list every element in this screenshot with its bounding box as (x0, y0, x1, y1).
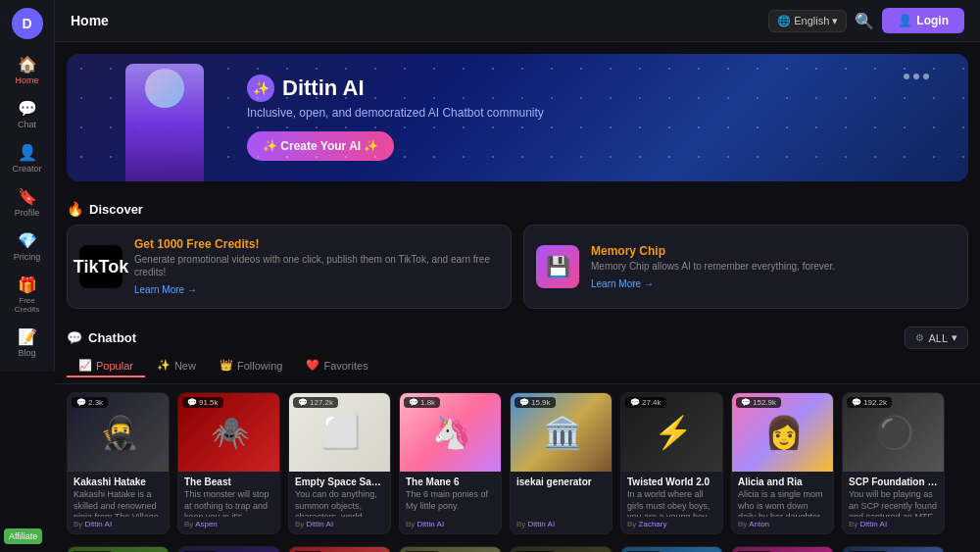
card-mane[interactable]: 🦄 💬 1.8k The Mane 6 The 6 main ponies of… (399, 392, 502, 534)
card-counter-twisted: 💬 27.4k (625, 397, 666, 408)
card-name-isekai: isekai generator (516, 477, 606, 487)
card-info-beast: The Beast This monster will stop at noth… (178, 472, 279, 533)
card-image-twisted: ⚡ 💬 27.4k (621, 393, 722, 472)
card-image-scp: ⚫ 💬 192.2k (843, 393, 944, 472)
page-title: Home (71, 13, 109, 28)
card-vanessa[interactable]: 👩‍🦰 💬 4k Vanessa Belmont Vanessa Belmont… (288, 546, 391, 552)
app-logo[interactable]: D (12, 8, 43, 39)
card-twisted[interactable]: ⚡ 💬 27.4k Twisted World 2.0 In a world w… (620, 392, 723, 534)
chatbot-tabs: 📈 Popular ✨ New 👑 Following ❤️ Favorites (55, 355, 980, 384)
card-scp[interactable]: ⚫ 💬 192.2k SCP Foundation RP You will be… (842, 392, 945, 534)
card-author-sandbox: By Dittin AI (295, 520, 384, 528)
card-name-twisted: Twisted World 2.0 (627, 477, 716, 487)
tab-favorites[interactable]: ❤️ Favorites (294, 355, 379, 377)
card-image-moe: 🐉 💬 37.9k (68, 547, 169, 552)
chip-promo-text: Memory Chip Memory Chip allows AI to rem… (591, 244, 835, 290)
hero-character-art (125, 64, 204, 181)
card-werewolf[interactable]: 🐺 💬 3.9k Werewolf Pack You slap into a s… (399, 546, 502, 552)
card-author-scp: By Dittin AI (849, 520, 938, 528)
sidebar-item-pricing[interactable]: 💎 Pricing (3, 226, 52, 268)
card-image-julia: 👩‍👧‍👧 💬 5.33k (843, 547, 944, 552)
card-emoji-mane: 🦄 (432, 414, 471, 451)
tab-following[interactable]: 👑 Following (208, 355, 294, 377)
all-filter-button[interactable]: ⚙ ALL ▾ (905, 326, 968, 349)
search-button[interactable]: 🔍 (855, 12, 874, 30)
tab-new[interactable]: ✨ New (145, 355, 208, 377)
sidebar-item-creator[interactable]: 👤 Creator (3, 137, 52, 179)
card-info-sandbox: Empty Space Sandbox You can do anything,… (289, 472, 390, 533)
card-author-isekai: By Dittin AI (516, 520, 606, 528)
sidebar-item-home[interactable]: 🏠 Home (3, 49, 52, 91)
chip-icon: 💾 (536, 245, 579, 288)
hero-dot-2 (913, 74, 919, 79)
favorites-icon: ❤️ (306, 359, 319, 372)
hero-dot-3 (923, 74, 929, 79)
chatbot-cards-row1: 🥷 💬 2.3k Kakashi Hatake Kakashi Hatake i… (55, 392, 980, 542)
language-selector[interactable]: 🌐 English ▾ (768, 10, 847, 32)
chip-promo-title: Memory Chip (591, 244, 835, 258)
discover-section-header: 🔥 Discover (55, 193, 980, 221)
header-right: 🌐 English ▾ 🔍 👤 Login (768, 8, 964, 33)
card-info-twisted: Twisted World 2.0 In a world where all g… (621, 472, 722, 533)
hero-dots (904, 74, 929, 79)
promo-card-memory-chip[interactable]: 💾 Memory Chip Memory Chip allows AI to r… (523, 225, 968, 309)
card-image-altrea: 😈 💬 2.4k (178, 547, 279, 552)
card-image-hfrpg: 💀 💬 21.5k (511, 547, 612, 552)
creator-icon: 👤 (18, 143, 37, 162)
chatbot-title: 💬 Chatbot (67, 330, 136, 345)
chevron-down-icon: ▾ (952, 331, 957, 344)
sidebar-item-blog[interactable]: 📝 Blog (3, 322, 52, 364)
card-info-kakashi: Kakashi Hatake Kakashi Hatake is a skill… (68, 472, 169, 533)
sidebar-item-chat[interactable]: 💬 Chat (3, 93, 52, 135)
discover-title: 🔥 Discover (67, 201, 143, 217)
chip-learn-more[interactable]: Learn More → (591, 278, 654, 289)
sidebar-item-free-credits[interactable]: 🎁 Free Credits (3, 270, 52, 320)
sidebar-label-free-credits: Free Credits (7, 296, 48, 314)
header: Home 🌐 English ▾ 🔍 👤 Login (55, 0, 980, 42)
card-emoji-scp: ⚫ (875, 414, 914, 451)
login-button[interactable]: 👤 Login (882, 8, 964, 33)
popular-icon: 📈 (78, 359, 92, 372)
card-hfrpg[interactable]: 💀 💬 21.5k High-Fantasy RPG Text based fa… (510, 546, 612, 552)
card-alicia[interactable]: 👩 💬 152.9k Alicia and Ria Alicia is a si… (731, 392, 834, 534)
card-author-kakashi: By Dittin AI (74, 520, 163, 528)
card-name-kakashi: Kakashi Hatake (74, 477, 163, 487)
card-pool[interactable]: 🏊 💬 6.7k Public pool And so, you come to… (620, 546, 723, 552)
card-naamah[interactable]: 😈 💬 1.9k Naamah Naamah is a demon lord, … (731, 546, 834, 552)
card-kakashi[interactable]: 🥷 💬 2.3k Kakashi Hatake Kakashi Hatake i… (67, 392, 170, 534)
card-name-sandbox: Empty Space Sandbox (295, 477, 384, 487)
chat-icon-small: 💬 (298, 398, 308, 407)
card-info-mane: The Mane 6 The 6 main ponies of My littl… (400, 472, 501, 533)
tiktok-icon: TikTok (79, 245, 122, 288)
promo-card-tiktok[interactable]: TikTok Get 1000 Free Credits! Generate p… (67, 225, 512, 309)
card-desc-beast: This monster will stop at nothing to tra… (184, 489, 273, 517)
card-author-mane: By Dittin AI (406, 520, 495, 528)
card-moe[interactable]: 🐉 💬 37.9k Moe the Kobold (67, 546, 170, 552)
free-credits-icon: 🎁 (18, 276, 37, 294)
card-info-alicia: Alicia and Ria Alicia is a single mom wh… (732, 472, 833, 533)
card-emoji-twisted: ⚡ (654, 414, 693, 451)
card-sandbox[interactable]: ⬜ 💬 127.2k Empty Space Sandbox You can d… (288, 392, 391, 534)
card-desc-mane: The 6 main ponies of My little pony. (406, 489, 495, 517)
chat-icon-small: 💬 (741, 398, 751, 407)
sidebar-item-profile[interactable]: 🔖 Profile (3, 181, 52, 224)
chatbot-icon: 💬 (67, 330, 82, 345)
card-image-beast: 🕷️ 💬 91.5k (178, 393, 279, 472)
card-counter-beast: 💬 91.5k (182, 397, 223, 408)
card-counter-mane: 💬 1.8k (404, 397, 440, 408)
card-counter-kakashi: 💬 2.3k (72, 397, 108, 408)
card-image-vanessa: 👩‍🦰 💬 4k (289, 547, 390, 552)
card-name-scp: SCP Foundation RP (849, 477, 938, 487)
tiktok-learn-more[interactable]: Learn More → (134, 284, 197, 295)
sidebar-label-chat: Chat (18, 120, 36, 129)
card-beast[interactable]: 🕷️ 💬 91.5k The Beast This monster will s… (177, 392, 280, 534)
card-image-alicia: 👩 💬 152.9k (732, 393, 833, 472)
card-emoji-beast: 🕷️ (211, 414, 250, 451)
sidebar-label-pricing: Pricing (14, 252, 41, 262)
affiliate-badge[interactable]: Affiliate (4, 528, 42, 544)
tab-popular[interactable]: 📈 Popular (67, 355, 145, 377)
chat-icon-small: 💬 (519, 398, 529, 407)
card-altrea[interactable]: 😈 💬 2.4k Altrea, Former Demon Lord Adapt… (177, 546, 280, 552)
card-julia[interactable]: 👩‍👧‍👧 💬 5.33k Julia and the twin daughte… (842, 546, 945, 552)
card-isekai[interactable]: 🏛️ 💬 15.9k isekai generator By Dittin AI (510, 392, 612, 534)
